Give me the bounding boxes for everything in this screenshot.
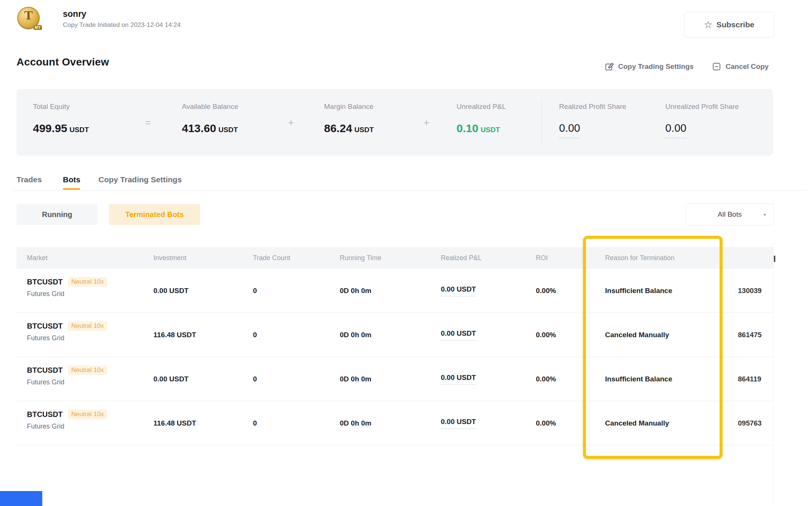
investment-value: 116.48 USDT — [153, 419, 196, 427]
plus-operator: + — [424, 117, 429, 128]
cancel-copy-label: Cancel Copy — [726, 63, 769, 71]
equals-operator: = — [145, 117, 151, 128]
unrealized-profit-share-label: Unrealized Profit Share — [665, 103, 739, 111]
copy-trading-settings-label: Copy Trading Settings — [618, 63, 694, 71]
trader-avatar: T MY — [17, 7, 40, 29]
roi-value: 0.00% — [536, 375, 556, 383]
realized-pnl-value: 0.00 USDT — [441, 285, 476, 296]
table-row[interactable]: BTCUSDT Neutral 10x Futures Grid 0.00 US… — [16, 269, 773, 313]
investment-value: 0.00 USDT — [153, 287, 189, 295]
minus-square-icon — [712, 62, 721, 71]
running-time-value: 0D 0h 0m — [340, 375, 371, 383]
clipped-column-header — [774, 256, 775, 262]
coin-icon: T — [17, 8, 40, 22]
total-equity-value: 499.95USDT — [33, 122, 89, 135]
realized-pnl-cell: 0.00 USDT — [441, 417, 476, 429]
running-time-value: 0D 0h 0m — [340, 287, 371, 295]
realized-pnl-value: 0.00 USDT — [441, 417, 476, 429]
margin-balance-value: 86.24USDT — [324, 122, 374, 135]
realized-pnl-cell: 0.00 USDT — [441, 285, 476, 296]
termination-reason-value: Canceled Manually — [605, 419, 669, 427]
plus-operator: + — [288, 117, 294, 128]
realized-pnl-value: 0.00 USDT — [441, 329, 476, 341]
page-title: Account Overview — [16, 56, 109, 68]
unrealized-pnl-label: Unrealized P&L — [457, 103, 506, 111]
star-icon: ☆ — [704, 20, 712, 30]
avatar-country-badge: MY — [34, 25, 42, 30]
realized-profit-share-value: 0.00 — [559, 122, 580, 138]
termination-reason-value: Insufficient Balance — [605, 375, 672, 383]
table-body: BTCUSDT Neutral 10x Futures Grid 0.00 US… — [16, 269, 773, 445]
margin-balance-label: Margin Balance — [324, 103, 373, 111]
investment-value: 0.00 USDT — [153, 375, 189, 383]
market-cell: BTCUSDT Neutral 10x Futures Grid — [27, 409, 107, 430]
chevron-down-icon: ▾ — [763, 212, 766, 217]
roi-value: 0.00% — [536, 287, 556, 295]
col-market: Market — [27, 254, 48, 262]
bot-id-value: 861475 — [738, 331, 761, 339]
termination-reason-value: Canceled Manually — [605, 331, 669, 339]
market-cell: BTCUSDT Neutral 10x Futures Grid — [27, 365, 107, 386]
roi-value: 0.00% — [536, 419, 556, 427]
trade-count-value: 0 — [253, 331, 257, 339]
roi-value: 0.00% — [536, 331, 556, 339]
realized-pnl-value: 0.00 USDT — [441, 373, 476, 385]
copy-trading-settings-link[interactable]: Copy Trading Settings — [605, 62, 694, 71]
running-filter-button[interactable]: Running — [16, 204, 98, 225]
blue-rectangle — [0, 491, 42, 506]
realized-profit-share-label: Realized Profit Share — [559, 103, 626, 111]
col-investment: Investment — [153, 254, 186, 262]
tab-trades[interactable]: Trades — [16, 175, 42, 184]
market-symbol: BTCUSDT — [27, 410, 63, 419]
leverage-badge: Neutral 10x — [68, 321, 107, 331]
col-running-time: Running Time — [340, 254, 381, 262]
available-balance-label: Available Balance — [182, 103, 238, 111]
investment-value: 116.48 USDT — [153, 331, 196, 339]
col-realized-pnl: Realized P&L — [441, 254, 482, 262]
realized-pnl-cell: 0.00 USDT — [441, 329, 476, 341]
col-roi: ROI — [536, 254, 548, 262]
edit-icon — [605, 62, 614, 71]
tab-copy-trading-settings[interactable]: Copy Trading Settings — [98, 175, 182, 184]
market-symbol: BTCUSDT — [27, 366, 63, 375]
bot-filter-selected-value: All Bots — [718, 210, 742, 219]
trade-count-value: 0 — [253, 287, 257, 295]
col-reason-for-termination: Reason for Termination — [605, 254, 675, 262]
stats-divider — [541, 100, 542, 145]
market-cell: BTCUSDT Neutral 10x Futures Grid — [27, 277, 107, 298]
subscribe-label: Subscribe — [716, 20, 754, 29]
tabs-divider — [11, 190, 807, 191]
account-overview-panel: Total Equity 499.95USDT = Available Bala… — [16, 89, 773, 156]
copy-trading-page: T MY sonry Copy Trade Initiated on 2023-… — [0, 0, 812, 506]
table-row[interactable]: BTCUSDT Neutral 10x Futures Grid 116.48 … — [16, 313, 773, 357]
active-tab-underline — [63, 188, 80, 190]
termination-reason-value: Insufficient Balance — [605, 287, 672, 295]
bot-id-value: 130039 — [738, 287, 761, 295]
sticky-right-column — [773, 246, 812, 502]
cancel-copy-link[interactable]: Cancel Copy — [712, 62, 769, 71]
table-row[interactable]: BTCUSDT Neutral 10x Futures Grid 0.00 US… — [16, 357, 773, 401]
bot-type-label: Futures Grid — [27, 334, 107, 342]
bot-id-value: 095763 — [738, 419, 761, 427]
market-symbol: BTCUSDT — [27, 322, 63, 330]
running-time-value: 0D 0h 0m — [340, 331, 371, 339]
subscribe-button[interactable]: ☆ Subscribe — [684, 12, 774, 37]
trader-name: sonry — [63, 9, 86, 19]
leverage-badge: Neutral 10x — [68, 409, 107, 419]
bot-type-label: Futures Grid — [27, 423, 107, 430]
trade-count-value: 0 — [253, 375, 257, 383]
available-balance-value: 413.60USDT — [182, 122, 238, 135]
unrealized-pnl-value: 0.10USDT — [457, 122, 500, 135]
bot-id-value: 864119 — [738, 375, 761, 383]
market-cell: BTCUSDT Neutral 10x Futures Grid — [27, 321, 107, 342]
table-row[interactable]: BTCUSDT Neutral 10x Futures Grid 116.48 … — [16, 401, 773, 445]
leverage-badge: Neutral 10x — [68, 365, 107, 375]
tab-bots[interactable]: Bots — [63, 175, 80, 184]
terminated-bots-filter-button[interactable]: Terminated Bots — [109, 204, 200, 225]
table-header: Market Investment Trade Count Running Ti… — [16, 247, 773, 269]
unrealized-profit-share-value: 0.00 — [665, 122, 686, 138]
bot-filter-dropdown[interactable]: All Bots ▾ — [686, 203, 774, 226]
bot-type-label: Futures Grid — [27, 290, 107, 298]
copy-trade-initiated-date: Copy Trade Initiated on 2023-12-04 14:24 — [63, 21, 181, 29]
trade-count-value: 0 — [253, 419, 257, 427]
